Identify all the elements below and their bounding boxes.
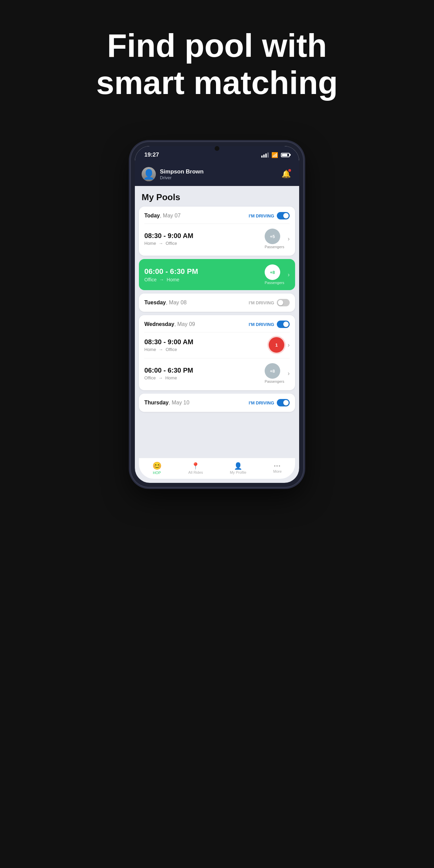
card-thursday: Thursday, May 10 I'M DRIVING [139,394,295,412]
user-name: Simpson Brown [160,168,203,175]
user-role: Driver [160,175,203,180]
card-thursday-header: Thursday, May 10 I'M DRIVING [144,399,290,406]
active-ride-info: 06:00 - 6:30 PM Office → Home [144,267,198,282]
today-driving-label: I'M DRIVING [249,213,274,218]
ride-route-today-1: Home → Office [144,241,193,246]
chevron-wed-2: › [288,370,290,377]
passenger-badge-wed-2: +8 [265,363,280,379]
chevron-wed-1: › [288,342,290,349]
app-header: Simpson Brown Driver 🔔 [135,164,299,186]
thursday-label: Thursday, May 10 [144,400,189,406]
ride-row-today-1[interactable]: 08:30 - 9:00 AM Home → Office +5 Passeng… [144,224,290,250]
wednesday-label: Wednesday, May 09 [144,321,195,327]
allrides-label: All Rides [188,470,203,474]
ride-row-wed-2[interactable]: 06:00 - 6:30 PM Office → Home +8 Passeng… [144,358,290,385]
signal-icon [261,153,269,158]
today-driving-toggle[interactable]: I'M DRIVING [249,212,290,219]
phone-shell: 19:27 📶 Simpson [131,142,303,487]
card-wednesday-header: Wednesday, May 09 I'M DRIVING [144,321,290,328]
nav-hop[interactable]: 😊 HOP [152,462,162,475]
avatar [142,167,156,181]
phone-screen: 19:27 📶 Simpson [135,146,299,483]
notification-button[interactable]: 🔔 [280,168,292,181]
active-chevron: › [288,271,290,278]
ride-route-wed-2: Office → Home [144,375,193,380]
nav-more[interactable]: ••• More [273,464,282,473]
active-ride-right: +8 Passengers › [265,264,290,285]
chevron-today-1: › [288,235,290,242]
phone-notch [215,146,219,151]
more-label: More [273,469,282,473]
bottom-nav: 😊 HOP 📍 All Rides 👤 My Profile ••• More [139,458,295,479]
battery-icon [281,153,290,157]
scroll-content: My Pools Today, May 07 I'M DRIVING [135,186,299,462]
user-info: Simpson Brown Driver [142,167,203,181]
status-icons: 📶 [261,152,290,158]
hero-line2: smart matching [96,65,338,101]
tuesday-driving-label: I'M DRIVING [249,300,274,305]
notification-badge [288,168,292,172]
ride-row-wed-1[interactable]: 08:30 - 9:00 AM Home → Office 1 › [144,332,290,354]
thursday-driving-label: I'M DRIVING [249,400,274,405]
ride-time-today-1: 08:30 - 9:00 AM [144,232,193,240]
ride-info-wed-2: 06:00 - 6:30 PM Office → Home [144,367,193,380]
today-toggle[interactable] [277,212,290,219]
allrides-icon: 📍 [191,463,200,469]
nav-allrides[interactable]: 📍 All Rides [188,463,203,474]
tuesday-toggle[interactable] [277,299,290,306]
ride-info-today-1: 08:30 - 9:00 AM Home → Office [144,232,193,246]
status-time: 19:27 [144,151,159,158]
ride-time-wed-1: 08:30 - 9:00 AM [144,338,193,346]
card-today: Today, May 07 I'M DRIVING 08:30 - 9:00 A… [139,207,295,256]
ride-right-wed-2: +8 Passengers › [265,363,290,383]
tuesday-label: Tuesday, May 08 [144,300,187,306]
ride-right-today-1: +5 Passengers › [265,229,290,249]
ride-route-wed-1: Home → Office [144,347,193,352]
hop-icon: 😊 [152,462,162,470]
nav-myprofile[interactable]: 👤 My Profile [230,463,246,474]
wednesday-driving-label: I'M DRIVING [249,322,274,327]
hero-text: Find pool with smart matching [0,27,434,102]
card-wednesday: Wednesday, May 09 I'M DRIVING 08:30 - 9:… [139,315,295,390]
wifi-icon: 📶 [271,152,278,158]
thursday-toggle[interactable] [277,399,290,406]
passenger-badge-today-1: +5 [265,229,280,244]
card-tuesday: Tuesday, May 08 I'M DRIVING [139,294,295,312]
passenger-badge-wed-1: 1 [269,337,284,353]
active-passenger-badge: +8 [265,264,280,280]
myprofile-icon: 👤 [234,463,242,469]
thursday-driving-toggle[interactable]: I'M DRIVING [249,399,290,406]
section-title: My Pools [135,186,299,207]
card-tuesday-header: Tuesday, May 08 I'M DRIVING [144,299,290,306]
ride-time-wed-2: 06:00 - 6:30 PM [144,367,193,374]
active-ride-route: Office → Home [144,277,198,282]
card-today-active[interactable]: 06:00 - 6:30 PM Office → Home +8 Passeng… [139,259,295,290]
hop-label: HOP [153,471,161,475]
wednesday-toggle[interactable] [277,321,290,328]
today-label: Today, May 07 [144,213,180,219]
hero-line1: Find pool with [107,27,327,64]
ride-info-wed-1: 08:30 - 9:00 AM Home → Office [144,338,193,352]
active-ride-time: 06:00 - 6:30 PM [144,267,198,276]
ride-right-wed-1: 1 › [269,337,290,353]
tuesday-driving-toggle[interactable]: I'M DRIVING [249,299,290,306]
active-ride-row: 06:00 - 6:30 PM Office → Home +8 Passeng… [144,264,290,285]
myprofile-label: My Profile [230,470,246,474]
wednesday-driving-toggle[interactable]: I'M DRIVING [249,321,290,328]
card-today-header: Today, May 07 I'M DRIVING [144,212,290,219]
more-icon: ••• [274,464,281,468]
user-details: Simpson Brown Driver [160,168,203,180]
